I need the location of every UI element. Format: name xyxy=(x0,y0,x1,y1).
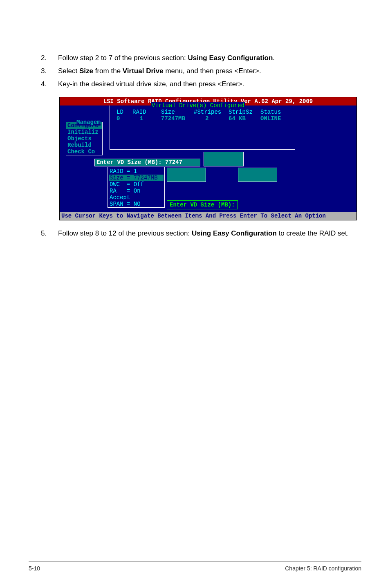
step-text: Key-in the desired virtual drive size, a… xyxy=(58,79,361,89)
step-num: 3. xyxy=(41,66,58,76)
step-text: Follow step 8 to 12 of the previous sect… xyxy=(58,229,361,238)
step-3: 3. Select Size from the Virtual Drive me… xyxy=(41,66,361,76)
vd-data-row: 0 1 77247MB 2 64 KB ONLINE xyxy=(110,115,295,122)
step-num: 4. xyxy=(41,79,58,89)
config-dwc[interactable]: DWC = Off xyxy=(108,181,164,188)
menu-item-initialize[interactable]: Initializ xyxy=(66,129,102,135)
vd-config-box: RAID = 1 Size = 77247MB DWC = Off RA = O… xyxy=(108,167,165,208)
config-ra[interactable]: RA = On xyxy=(108,188,164,194)
management-menu: Managem Configure Initializ Objects Rebu… xyxy=(66,122,103,155)
step-4: 4. Key-in the desired virtual drive size… xyxy=(41,79,361,89)
config-size[interactable]: Size = 77247MB xyxy=(109,175,164,181)
utility-body: Virtual Drive(s) Configured LD RAID Size… xyxy=(60,105,356,212)
col-size: Size xyxy=(161,109,194,115)
vd-box-title: Virtual Drive(s) Configured xyxy=(151,102,245,109)
config-accept[interactable]: Accept xyxy=(108,194,164,201)
enter-vd-size-prompt: Enter VD Size (MB): xyxy=(167,200,238,209)
step-num: 5. xyxy=(41,229,58,238)
val-status: ONLINE xyxy=(260,115,281,122)
vd-configured-box: Virtual Drive(s) Configured LD RAID Size… xyxy=(110,105,295,150)
step-list: 2. Follow step 2 to 7 of the previous se… xyxy=(41,53,361,89)
menu-item-check[interactable]: Check Co xyxy=(66,148,102,155)
step-list-2: 5. Follow step 8 to 12 of the previous s… xyxy=(41,229,361,238)
col-stripsz: StripSz xyxy=(229,109,260,115)
management-title: Managem xyxy=(76,119,101,126)
chapter-label: Chapter 5: RAID configuration xyxy=(285,565,361,572)
step-text: Select Size from the Virtual Drive menu,… xyxy=(58,66,361,76)
menu-item-objects[interactable]: Objects xyxy=(66,135,102,142)
config-span[interactable]: SPAN = NO xyxy=(108,201,164,207)
col-raid: RAID xyxy=(132,109,161,115)
step-5: 5. Follow step 8 to 12 of the previous s… xyxy=(41,229,361,238)
col-ld: LD xyxy=(110,109,132,115)
val-stripes: 2 xyxy=(194,115,229,122)
col-status: Status xyxy=(260,109,281,115)
teal-overlay xyxy=(204,152,244,166)
step-2: 2. Follow step 2 to 7 of the previous se… xyxy=(41,53,361,63)
val-raid: 1 xyxy=(132,115,161,122)
enter-vd-size-input[interactable]: Enter VD Size (MB): 77247 xyxy=(94,159,200,166)
raid-utility-screenshot: LSI Software RAID Configuration Utility … xyxy=(59,97,357,220)
vd-headers: LD RAID Size #Stripes StripSz Status xyxy=(110,109,295,115)
col-stripes: #Stripes xyxy=(194,109,229,115)
val-stripsz: 64 KB xyxy=(229,115,260,122)
page-number: 5-10 xyxy=(29,565,40,572)
teal-overlay xyxy=(238,168,277,182)
teal-overlay xyxy=(167,168,206,182)
menu-item-rebuild[interactable]: Rebuild xyxy=(66,142,102,148)
step-text: Follow step 2 to 7 of the previous secti… xyxy=(58,53,361,63)
page-footer: 5-10 Chapter 5: RAID configuration xyxy=(29,561,361,572)
val-ld: 0 xyxy=(110,115,132,122)
step-num: 2. xyxy=(41,53,58,63)
utility-help-bar: Use Cursor Keys to Navigate Between Item… xyxy=(60,212,356,220)
config-raid[interactable]: RAID = 1 xyxy=(108,168,164,175)
val-size: 77247MB xyxy=(161,115,194,122)
